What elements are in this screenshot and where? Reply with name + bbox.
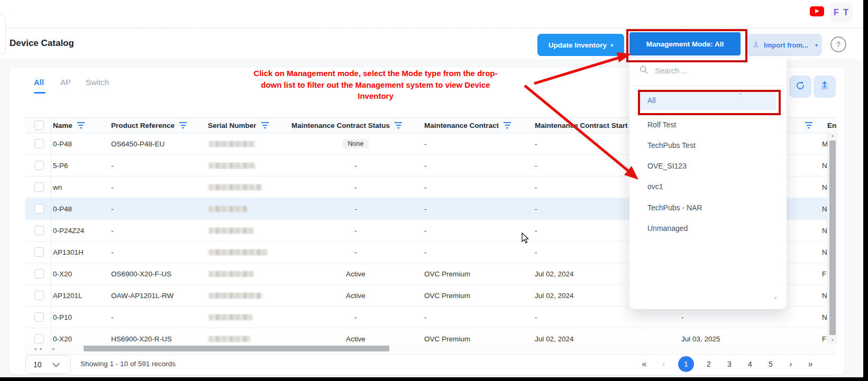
row-checkbox-cell [25,182,51,192]
youtube-icon[interactable] [810,6,824,16]
page-1-button[interactable]: 1 [678,356,694,372]
col-header-product-reference[interactable]: Product Reference [109,122,206,129]
cell-status: None [289,139,422,148]
col-header-end[interactable]: End [798,122,837,129]
dropdown-item-ove-si123[interactable]: OVE_SI123 [629,157,787,174]
device-catalog-screen: F T Device Catalog Update Inventory▾ Man… [0,0,868,381]
top-bar: F T [0,0,863,29]
scroll-left-icon[interactable]: ◂ [34,346,36,351]
row-checkbox[interactable] [34,312,44,322]
cell-status: - [289,162,422,170]
cell-name: 0-P10 [51,313,109,321]
avatar[interactable]: F T [830,2,853,23]
horizontal-scroll-thumb[interactable] [84,346,389,351]
cell-name: wn [51,183,109,191]
filter-icon[interactable] [261,122,269,128]
row-checkbox[interactable] [34,161,44,170]
cell-pref: OAW-AP1201L-RW [109,292,206,300]
page-3-button[interactable]: 3 [724,360,735,368]
dropdown-item-ovc1[interactable]: ovc1 [629,178,787,195]
page-prev-button[interactable]: ‹ [659,359,669,369]
filter-icon[interactable] [504,122,511,128]
filter-icon[interactable] [179,122,187,128]
tab-all[interactable]: All [34,78,45,94]
cell-contract: - [422,183,533,191]
cell-serial [206,227,289,234]
tabs: AllAPSwitch [34,78,109,94]
serial-redacted [209,292,262,299]
search-icon [639,65,648,77]
cell-end: - [679,313,798,321]
page-4-button[interactable]: 4 [744,360,756,368]
dropdown-item-techpubs-nar[interactable]: TechPubs - NAR [629,199,787,216]
tab-switch[interactable]: Switch [86,78,109,94]
row-checkbox[interactable] [34,226,44,235]
row-checkbox-cell [25,204,51,213]
vertical-scroll-thumb[interactable] [829,141,836,335]
import-icon [751,40,761,51]
scroll-down-icon[interactable]: ▼ [773,296,778,301]
page-last-button[interactable]: » [805,359,816,369]
export-button[interactable] [814,76,836,98]
scroll-down-icon[interactable]: ▼ [828,338,837,342]
filter-icon[interactable] [77,122,85,128]
cell-contract: - [422,248,533,256]
refresh-button[interactable] [789,76,811,98]
row-checkbox[interactable] [34,334,44,343]
serial-redacted [209,336,250,342]
page-5-button[interactable]: 5 [765,360,776,368]
col-header-label: Maintenance Contract Status [291,122,390,129]
table-row[interactable]: 0-P10-----N [25,306,837,328]
cell-pref: OS6450-P48-EU [109,140,206,148]
update-inventory-button[interactable]: Update Inventory▾ [537,34,624,56]
page-2-button[interactable]: 2 [703,360,715,368]
page-size-select[interactable]: 10 [25,355,71,374]
management-mode-dropdown: Search ... AllRolf TestTechPubs TestOVE_… [629,56,787,309]
dropdown-item-unmanaged[interactable]: Unmanaged [629,220,787,237]
filter-icon[interactable] [395,122,402,128]
row-checkbox[interactable] [34,247,44,257]
frozen-scroll-arrows[interactable]: ◂▸ [25,343,51,354]
cell-name: 0-P48 [51,205,109,213]
help-icon[interactable]: ? [830,36,846,52]
cell-start: - [533,313,679,321]
import-from-button[interactable]: Import from...▾ [747,34,822,56]
vertical-scrollbar[interactable]: ▲ ▼ [827,132,837,343]
col-header-maintenance-contract[interactable]: Maintenance Contract [422,122,533,129]
cell-pref: - [109,205,206,213]
scroll-up-icon[interactable]: ▲ [828,133,837,138]
page-first-button[interactable]: « [639,359,650,369]
dropdown-search[interactable]: Search ... [629,56,787,86]
scroll-right-icon[interactable]: ▸ [40,346,43,351]
col-header-serial-number[interactable]: Serial Number [206,122,289,129]
row-checkbox[interactable] [34,182,44,192]
serial-redacted [209,184,262,191]
dropdown-item-techpubs-test[interactable]: TechPubs Test [629,137,787,154]
serial-redacted [209,271,253,277]
horizontal-scrollbar[interactable]: ◂▸ ◂ [25,343,837,355]
scroll-up-icon[interactable]: ▲ [738,91,743,96]
scroll-left-icon[interactable]: ◂ [52,343,54,354]
header-checkbox[interactable] [34,120,44,130]
dropdown-item-rolf-test[interactable]: Rolf Test [629,116,787,133]
row-checkbox[interactable] [34,269,44,278]
page-next-button[interactable]: › [785,359,796,369]
records-summary: Showing 1 - 10 of 591 records [80,360,176,368]
row-checkbox-cell [25,139,51,148]
row-checkbox[interactable] [34,139,44,148]
col-header-maintenance-contract-status[interactable]: Maintenance Contract Status [289,122,422,129]
dropdown-item-all[interactable]: All [640,91,776,110]
chevron-down-icon [52,360,60,367]
cell-status: Active [289,292,422,300]
row-checkbox[interactable] [34,291,44,300]
management-mode-button[interactable]: Management Mode: All [629,32,741,55]
filter-icon[interactable] [805,122,812,128]
row-checkbox[interactable] [34,204,44,213]
tab-ap[interactable]: AP [60,78,71,94]
col-header-name[interactable]: Name [51,122,109,129]
refresh-icon [794,80,806,94]
col-header-label: End [827,122,837,129]
serial-redacted [209,162,255,169]
cell-name: 0-P48 [51,140,109,148]
serial-redacted [209,141,254,147]
